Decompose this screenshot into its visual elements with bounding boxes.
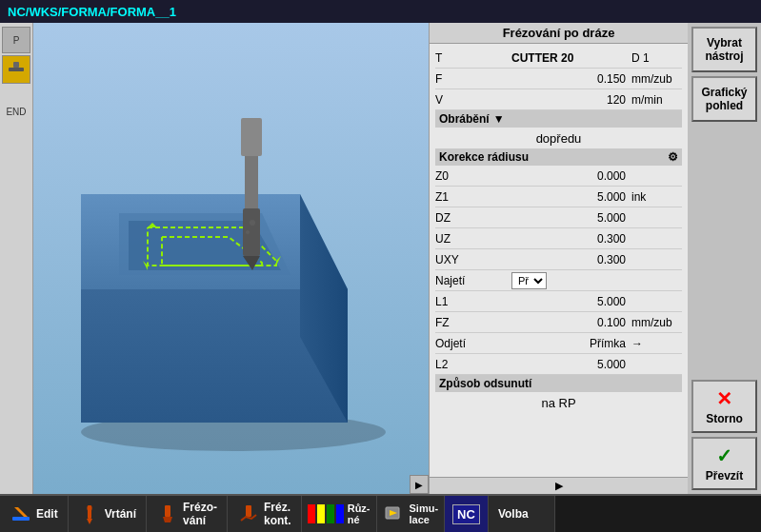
V-value: 120 bbox=[511, 93, 630, 107]
param-row-T: T CUTTER 20 D 1 bbox=[435, 48, 682, 69]
svg-point-18 bbox=[246, 230, 250, 234]
svg-rect-1 bbox=[13, 62, 19, 68]
edit-icon bbox=[10, 502, 32, 525]
frezovani-label: Frézo-vání bbox=[183, 501, 217, 527]
FZ-value: 0.100 bbox=[511, 316, 630, 329]
frezovani-icon bbox=[156, 502, 179, 525]
V-label: V bbox=[435, 93, 511, 107]
DZ-label: DZ bbox=[435, 211, 511, 225]
prevzit-check-icon: ✓ bbox=[716, 444, 732, 467]
obrabeni-label: Obrábění bbox=[439, 112, 490, 126]
left-panel: P END bbox=[0, 23, 33, 494]
toolbar-frez-kont-btn[interactable]: Fréz.kont. bbox=[228, 496, 302, 532]
edit-label: Edit bbox=[36, 507, 58, 521]
toolbar-nc-btn[interactable]: NC bbox=[445, 496, 489, 532]
obrabeni-value: dopředu bbox=[536, 131, 582, 146]
obrabeni-dropdown-icon: ▼ bbox=[493, 112, 505, 126]
svg-rect-0 bbox=[9, 68, 24, 71]
param-row-FZ: FZ 0.100 mm/zub bbox=[435, 312, 682, 333]
Z1-value: 5.000 bbox=[511, 190, 630, 204]
left-label-p: P bbox=[13, 35, 20, 46]
zpusob-value-row: na RP bbox=[435, 392, 682, 413]
L2-label: L2 bbox=[435, 358, 511, 371]
storno-label: Storno bbox=[706, 412, 743, 425]
svg-point-17 bbox=[250, 220, 255, 226]
left-icon-btn[interactable] bbox=[2, 55, 30, 84]
scroll-down-btn[interactable]: ▶ bbox=[430, 477, 688, 494]
T-suffix: D 1 bbox=[630, 51, 682, 65]
svg-rect-19 bbox=[12, 517, 30, 521]
main-layout: P END bbox=[0, 23, 761, 494]
V-unit: m/min bbox=[630, 93, 682, 107]
param-row-UZ: UZ 0.300 bbox=[435, 228, 682, 249]
korekce-header: Korekce rádiusu ⚙ bbox=[435, 148, 682, 166]
DZ-value: 5.000 bbox=[511, 211, 630, 225]
param-row-DZ: DZ 5.000 bbox=[435, 207, 682, 228]
toolbar-frezovani-btn[interactable]: Frézo-vání bbox=[147, 496, 228, 532]
odjetí-label: Odjetí bbox=[435, 337, 511, 350]
F-label: F bbox=[435, 72, 511, 86]
svg-rect-13 bbox=[241, 118, 262, 156]
title-bar: NC/WKS/FORMA/FORMA__1 bbox=[0, 0, 761, 23]
svg-rect-15 bbox=[243, 208, 260, 256]
najeti-dropdown[interactable]: Př bbox=[511, 272, 547, 289]
T-label: T bbox=[435, 51, 511, 65]
Z1-label: Z1 bbox=[435, 190, 511, 204]
toolbar-volba-btn[interactable]: Volba bbox=[489, 496, 555, 532]
svg-point-23 bbox=[87, 505, 92, 511]
scroll-right-icon: ▶ bbox=[415, 480, 423, 490]
svg-rect-14 bbox=[245, 156, 258, 213]
UXY-label: UXY bbox=[435, 253, 511, 266]
vybrat-nastroj-btn[interactable]: Vybratnástroj bbox=[691, 27, 757, 72]
vrtani-icon bbox=[78, 502, 101, 525]
param-row-najeti: Najetí Př Posuv při přísuvu do hloubky i bbox=[435, 270, 682, 291]
graficky-pohled-btn[interactable]: Grafickýpohled bbox=[691, 76, 757, 122]
UXY-value: 0.300 bbox=[511, 253, 630, 266]
toolbar-simulace-btn[interactable]: Simu-lace bbox=[377, 496, 446, 532]
toolbar-edit-btn[interactable]: Edit bbox=[0, 496, 69, 532]
frez-kont-icon bbox=[237, 502, 260, 525]
bottom-toolbar: Edit Vrtání Frézo-vání bbox=[0, 494, 761, 532]
view-3d: ▶ bbox=[33, 23, 429, 494]
korekce-icon: ⚙ bbox=[668, 150, 678, 164]
najeti-label: Najetí bbox=[435, 274, 511, 287]
param-row-L2: L2 5.000 bbox=[435, 354, 682, 375]
svg-rect-24 bbox=[165, 505, 170, 517]
prevzit-btn[interactable]: ✓ Převzít bbox=[691, 437, 757, 490]
left-btn-p[interactable]: P bbox=[2, 27, 30, 53]
L2-value: 5.000 bbox=[511, 358, 630, 371]
scroll-right-btn[interactable]: ▶ bbox=[410, 475, 429, 494]
zpusob-header: Způsob odsunutí bbox=[435, 375, 682, 392]
simulace-label: Simu-lace bbox=[410, 502, 439, 525]
storno-btn[interactable]: ✕ Storno bbox=[691, 380, 757, 433]
tool-icon bbox=[7, 60, 26, 79]
right-sidebar: Vybratnástroj Grafickýpohled ✕ Storno ✓ … bbox=[688, 23, 761, 494]
param-row-Z0: Z0 0.000 bbox=[435, 166, 682, 187]
odjetí-value: Přímka bbox=[511, 337, 630, 350]
frez-kont-label: Fréz.kont. bbox=[264, 501, 291, 527]
F-value: 0.150 bbox=[511, 72, 630, 86]
svg-marker-20 bbox=[14, 507, 28, 517]
3d-scene bbox=[33, 23, 429, 494]
prevzit-label: Převzít bbox=[706, 469, 743, 483]
FZ-unit: mm/zub bbox=[630, 316, 682, 329]
title-text: NC/WKS/FORMA/FORMA__1 bbox=[8, 5, 176, 19]
korekce-label: Korekce rádiusu bbox=[439, 150, 529, 164]
Z1-unit: ink bbox=[630, 190, 682, 204]
obrabeni-header: Obrábění ▼ bbox=[435, 110, 682, 128]
Z0-value: 0.000 bbox=[511, 169, 630, 183]
Z0-label: Z0 bbox=[435, 169, 511, 183]
UZ-label: UZ bbox=[435, 232, 511, 246]
freza-title: Frézování po dráze bbox=[430, 23, 688, 44]
FZ-label: FZ bbox=[435, 316, 511, 329]
param-row-Z1: Z1 5.000 ink bbox=[435, 187, 682, 207]
param-row-L1: L1 5.000 bbox=[435, 291, 682, 312]
toolbar-ruzne-btn[interactable]: Růz-né bbox=[302, 496, 377, 532]
vrtani-label: Vrtání bbox=[105, 507, 136, 521]
params-area: T CUTTER 20 D 1 F 0.150 mm/zub V 120 m/m… bbox=[430, 44, 688, 477]
left-label-end: END bbox=[6, 107, 26, 117]
param-row-UXY: UXY 0.300 bbox=[435, 249, 682, 270]
ruzne-color-blocks bbox=[308, 504, 344, 523]
toolbar-vrtani-btn[interactable]: Vrtání bbox=[69, 496, 147, 532]
param-row-F: F 0.150 mm/zub bbox=[435, 69, 682, 89]
